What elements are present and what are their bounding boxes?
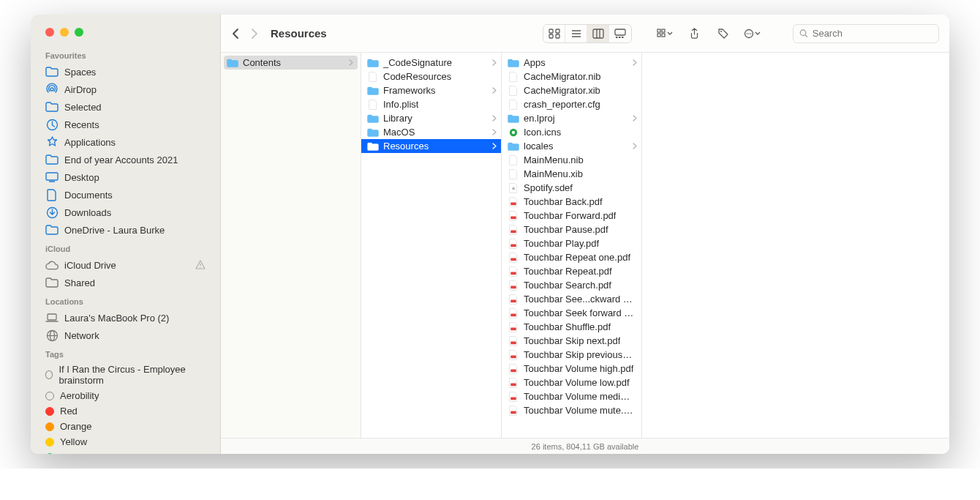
item-label: Touchbar Seek forward 15.pdf bbox=[524, 307, 634, 318]
list-view-button[interactable] bbox=[565, 25, 587, 42]
sidebar-section-header: Favourites bbox=[38, 45, 213, 63]
file-item[interactable]: Touchbar Skip previous.pdf bbox=[502, 348, 641, 362]
folder-item[interactable]: Library bbox=[361, 111, 501, 125]
sidebar-item[interactable]: End of year Accounts 2021 bbox=[38, 151, 213, 168]
svg-rect-52 bbox=[510, 383, 516, 386]
svg-rect-13 bbox=[549, 34, 553, 38]
svg-rect-51 bbox=[510, 369, 516, 372]
sidebar-item[interactable]: Network bbox=[38, 327, 213, 344]
file-item[interactable]: Touchbar Search.pdf bbox=[502, 278, 641, 292]
sidebar-item[interactable]: Downloads bbox=[38, 204, 213, 221]
sidebar-item[interactable]: OneDrive - Laura Burke bbox=[38, 221, 213, 239]
share-button[interactable] bbox=[683, 25, 705, 42]
forward-button[interactable] bbox=[250, 28, 259, 40]
svg-rect-26 bbox=[662, 29, 665, 32]
file-item[interactable]: Touchbar Volume high.pdf bbox=[502, 362, 641, 376]
sidebar-item[interactable]: Orange bbox=[38, 419, 213, 434]
file-item[interactable]: Touchbar See...ckward 15.pdf bbox=[502, 292, 641, 306]
folder-item[interactable]: MacOS bbox=[361, 125, 501, 139]
file-item[interactable]: Touchbar Pause.pdf bbox=[502, 223, 641, 236]
file-icon bbox=[508, 72, 519, 82]
item-label: Touchbar Skip next.pdf bbox=[524, 335, 620, 346]
chevron-right-icon bbox=[633, 115, 637, 122]
sidebar-item[interactable]: iCloud Drive bbox=[38, 256, 213, 274]
back-button[interactable] bbox=[231, 28, 240, 40]
file-item[interactable]: Icon.icns bbox=[502, 125, 641, 139]
sidebar-item[interactable]: Spaces bbox=[38, 63, 213, 81]
minimize-button[interactable] bbox=[60, 28, 69, 37]
svg-rect-12 bbox=[556, 29, 559, 33]
svg-rect-43 bbox=[510, 258, 516, 261]
sidebar-item-label: AirDrop bbox=[64, 84, 97, 95]
file-item[interactable]: ※Spotify.sdef bbox=[502, 181, 641, 195]
column: _CodeSignatureCodeResourcesFrameworksInf… bbox=[361, 53, 502, 438]
pdf-icon bbox=[508, 392, 519, 402]
sidebar-item[interactable]: Recents bbox=[38, 116, 213, 133]
file-item[interactable]: Touchbar Back.pdf bbox=[502, 195, 641, 209]
icns-icon bbox=[508, 127, 519, 138]
icon-view-button[interactable] bbox=[543, 25, 565, 42]
sidebar-item[interactable]: Green bbox=[38, 449, 213, 454]
file-item[interactable]: Touchbar Volume low.pdf bbox=[502, 376, 641, 389]
file-item[interactable]: CacheMigrator.xib bbox=[502, 83, 641, 97]
item-label: Touchbar Repeat one.pdf bbox=[524, 252, 630, 263]
search-field[interactable] bbox=[793, 24, 939, 43]
file-item[interactable]: Touchbar Forward.pdf bbox=[502, 209, 641, 223]
svg-rect-44 bbox=[510, 272, 516, 275]
file-item[interactable]: Info.plist bbox=[361, 97, 501, 111]
sidebar-item[interactable]: Yellow bbox=[38, 434, 213, 449]
file-item[interactable]: Touchbar Volume medium.pdf bbox=[502, 389, 641, 403]
file-item[interactable]: CodeResources bbox=[361, 70, 501, 83]
sidebar-item[interactable]: Desktop bbox=[38, 168, 213, 186]
file-item[interactable]: Touchbar Play.pdf bbox=[502, 236, 641, 250]
warning-icon bbox=[195, 260, 206, 270]
column-view-button[interactable] bbox=[587, 25, 609, 42]
gallery-view-button[interactable] bbox=[609, 25, 631, 42]
item-label: Info.plist bbox=[383, 99, 418, 110]
svg-rect-14 bbox=[556, 34, 559, 38]
maximize-button[interactable] bbox=[75, 28, 83, 37]
folder-item[interactable]: Contents bbox=[224, 56, 358, 70]
sidebar-item[interactable]: If I Ran the Circus - Employee brainstor… bbox=[38, 362, 213, 388]
sidebar-item-label: Recents bbox=[64, 119, 99, 130]
folder-item[interactable]: en.lproj bbox=[502, 111, 641, 125]
file-item[interactable]: MainMenu.nib bbox=[502, 153, 641, 167]
close-button[interactable] bbox=[45, 28, 54, 37]
tags-button[interactable] bbox=[712, 25, 734, 42]
svg-point-34 bbox=[800, 30, 806, 36]
file-item[interactable]: Touchbar Repeat one.pdf bbox=[502, 250, 641, 264]
sidebar-item-label: Orange bbox=[60, 421, 91, 432]
sidebar-item[interactable]: Aerobility bbox=[38, 388, 213, 403]
search-input[interactable] bbox=[813, 28, 932, 39]
window-title: Resources bbox=[271, 27, 327, 40]
file-item[interactable]: CacheMigrator.nib bbox=[502, 70, 641, 83]
folder-icon bbox=[45, 276, 59, 289]
file-item[interactable]: MainMenu.xib bbox=[502, 167, 641, 181]
file-item[interactable]: Touchbar Repeat.pdf bbox=[502, 264, 641, 278]
sidebar-item[interactable]: Documents bbox=[38, 186, 213, 204]
sidebar-item[interactable]: Selected bbox=[38, 98, 213, 116]
sidebar-item[interactable]: Laura's MacBook Pro (2) bbox=[38, 309, 213, 327]
folder-item[interactable]: Resources bbox=[361, 139, 501, 153]
file-item[interactable]: crash_reporter.cfg bbox=[502, 97, 641, 111]
item-label: Frameworks bbox=[383, 85, 436, 96]
sidebar-item[interactable]: Shared bbox=[38, 274, 213, 291]
file-item[interactable]: Touchbar Volume mute.pdf bbox=[502, 403, 641, 417]
sidebar-item[interactable]: AirDrop bbox=[38, 81, 213, 98]
folder-item[interactable]: _CodeSignature bbox=[361, 56, 501, 70]
file-item[interactable]: Touchbar Skip next.pdf bbox=[502, 334, 641, 348]
item-label: Touchbar Back.pdf bbox=[524, 196, 603, 207]
folder-item[interactable]: locales bbox=[502, 139, 641, 153]
item-label: CodeResources bbox=[383, 71, 451, 82]
sidebar-item-label: Laura's MacBook Pro (2) bbox=[64, 313, 169, 324]
file-item[interactable]: Touchbar Shuffle.pdf bbox=[502, 320, 641, 334]
group-by-button[interactable] bbox=[654, 25, 676, 42]
action-menu-button[interactable] bbox=[742, 25, 764, 42]
folder-item[interactable]: Apps bbox=[502, 56, 641, 70]
folder-item[interactable]: Frameworks bbox=[361, 83, 501, 97]
sidebar-item[interactable]: Red bbox=[38, 403, 213, 419]
file-item[interactable]: Touchbar Seek forward 15.pdf bbox=[502, 306, 641, 320]
svg-rect-54 bbox=[510, 411, 516, 414]
file-icon bbox=[367, 100, 379, 110]
sidebar-item[interactable]: Applications bbox=[38, 133, 213, 151]
